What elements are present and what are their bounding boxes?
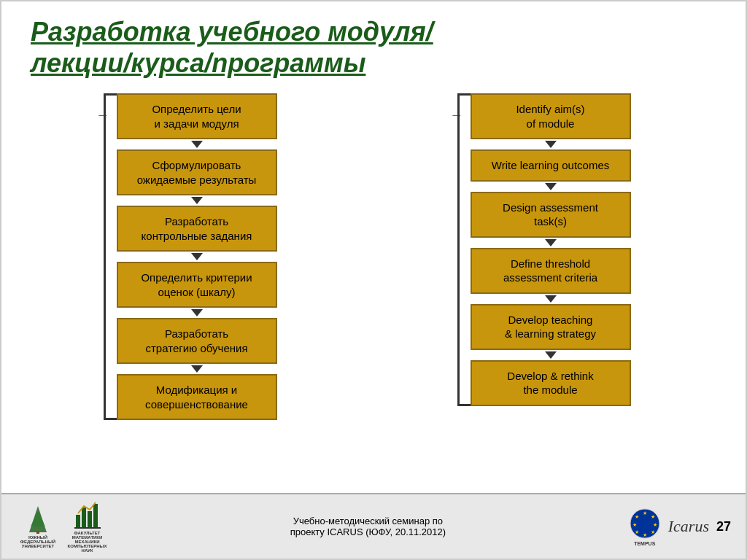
right-loop-bottom xyxy=(457,404,471,406)
footer-text-line2: проекту ICARUS (ЮФУ, 20.11.2012) xyxy=(107,526,629,537)
right-column: → Identify aim(s)of module Write learnin… xyxy=(384,93,716,406)
right-arrow-4 xyxy=(545,295,557,303)
svg-text:★: ★ xyxy=(651,529,655,534)
svg-rect-5 xyxy=(88,511,92,528)
svg-rect-6 xyxy=(93,504,98,528)
right-box-4: Define thresholdassessment criteria xyxy=(471,248,631,294)
footer-right: ★ ★ ★ ★ ★ ★ ★ ★ TEMPUS Icarus 27 xyxy=(629,508,731,546)
left-entry-arrow: → xyxy=(96,108,109,123)
left-box-2: Сформулироватьожидаемые результаты xyxy=(117,149,277,195)
right-arrow-1 xyxy=(545,141,557,148)
sfu-tree-icon xyxy=(26,505,50,534)
svg-text:★: ★ xyxy=(635,529,639,534)
left-box-1: Определить целии задачи модуля xyxy=(117,93,277,139)
left-arrow-1 xyxy=(191,141,203,148)
left-flow: Определить целии задачи модуля Сформулир… xyxy=(117,93,277,420)
columns: → Определить целии задачи модуля Сформул… xyxy=(31,93,716,486)
left-loop-bottom xyxy=(104,418,117,420)
fmmn-text: ФАКУЛЬТЕТ МАТЕМАТИКИ МЕХАНИКИ КОМПЬЮТЕРН… xyxy=(67,531,107,553)
right-arrow-5 xyxy=(545,351,557,359)
svg-text:★: ★ xyxy=(632,522,637,527)
right-arrow-2 xyxy=(545,183,557,190)
svg-text:★: ★ xyxy=(651,514,655,519)
slide-title: Разработка учебного модуля/ лекции/курса… xyxy=(31,16,716,79)
svg-text:★: ★ xyxy=(635,514,639,519)
right-box-6: Develop & rethinkthe module xyxy=(471,360,631,406)
icarus-signature: Icarus xyxy=(668,517,709,536)
fmmn-logo: ФАКУЛЬТЕТ МАТЕМАТИКИ МЕХАНИКИ КОМПЬЮТЕРН… xyxy=(67,500,107,553)
title-line2: лекции/курса/программы xyxy=(31,48,365,78)
left-arrow-2 xyxy=(191,197,203,204)
sfu-text: ЮЖНЫЙ ФЕДЕРАЛЬНЫЙ УНИВЕРСИТЕТ xyxy=(16,535,60,548)
page-number: 27 xyxy=(716,519,731,534)
right-flow: Identify aim(s)of module Write learning … xyxy=(471,93,631,406)
right-box-2: Write learning outcomes xyxy=(471,149,631,182)
left-arrow-4 xyxy=(191,309,203,316)
svg-rect-2 xyxy=(36,531,39,534)
left-box-4: Определить критерииоценок (шкалу) xyxy=(117,262,277,308)
slide-content: Разработка учебного модуля/ лекции/курса… xyxy=(1,1,746,493)
right-box-1: Identify aim(s)of module xyxy=(471,93,631,139)
left-box-5: Разработатьстратегию обучения xyxy=(117,318,277,364)
right-entry-arrow: → xyxy=(450,108,463,123)
svg-marker-1 xyxy=(31,510,45,526)
right-box-3: Design assessmenttask(s) xyxy=(471,192,631,238)
right-box-5: Develop teaching& learning strategy xyxy=(471,304,631,350)
fmmn-chart-icon xyxy=(74,500,101,529)
right-loop-top xyxy=(457,93,471,96)
svg-text:★: ★ xyxy=(643,532,647,537)
eu-flag-icon: ★ ★ ★ ★ ★ ★ ★ ★ xyxy=(629,508,661,540)
left-box-3: Разработатьконтрольные задания xyxy=(117,206,277,252)
left-arrow-3 xyxy=(191,253,203,260)
left-arrow-5 xyxy=(191,365,203,373)
left-column: → Определить целии задачи модуля Сформул… xyxy=(31,93,363,420)
left-loop-top xyxy=(104,93,117,96)
svg-rect-3 xyxy=(76,515,80,528)
svg-text:★: ★ xyxy=(643,510,647,516)
svg-text:★: ★ xyxy=(653,522,657,527)
title-line1: Разработка учебного модуля/ xyxy=(31,17,433,47)
footer-logos: ЮЖНЫЙ ФЕДЕРАЛЬНЫЙ УНИВЕРСИТЕТ ФАКУЛЬТЕТ … xyxy=(16,500,107,553)
tempus-label: TEMPUS xyxy=(634,541,655,546)
left-box-6: Модификация исовершенствование xyxy=(117,374,277,420)
right-arrow-3 xyxy=(545,239,557,246)
footer-center-text: Учебно-методический семинар по проекту I… xyxy=(107,516,629,537)
left-loop-line xyxy=(104,93,106,420)
slide: Разработка учебного модуля/ лекции/курса… xyxy=(0,0,747,560)
sfu-logo: ЮЖНЫЙ ФЕДЕРАЛЬНЫЙ УНИВЕРСИТЕТ xyxy=(16,505,60,548)
footer: ЮЖНЫЙ ФЕДЕРАЛЬНЫЙ УНИВЕРСИТЕТ ФАКУЛЬТЕТ … xyxy=(1,493,746,559)
eu-tempus-logo: ★ ★ ★ ★ ★ ★ ★ ★ TEMPUS xyxy=(629,508,661,546)
footer-text-line1: Учебно-методический семинар по xyxy=(107,516,629,526)
svg-rect-4 xyxy=(82,508,86,528)
right-loop-line xyxy=(457,93,460,406)
